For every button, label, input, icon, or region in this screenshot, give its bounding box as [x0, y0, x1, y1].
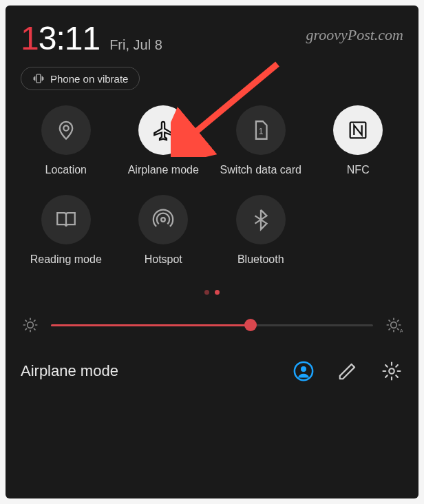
tile-airplane-button[interactable]: [138, 105, 188, 155]
brightness-slider[interactable]: [51, 318, 373, 332]
brightness-row: A: [21, 315, 403, 335]
tile-label: Bluetooth: [237, 253, 284, 266]
date-label: Fri, Jul 8: [109, 37, 162, 53]
tile-label: Airplane mode: [128, 163, 199, 177]
brightness-auto-icon[interactable]: A: [384, 315, 403, 335]
svg-point-5: [28, 322, 34, 328]
tile-nfc-button[interactable]: [333, 105, 383, 155]
tile-label: Hotspot: [145, 253, 182, 266]
page-dot-active: [215, 290, 220, 295]
bluetooth-icon: [249, 208, 273, 231]
tile-reading: Reading mode: [21, 195, 112, 266]
page-indicator: [21, 290, 403, 295]
page-dot: [204, 290, 209, 295]
tile-label: Reading mode: [30, 253, 102, 266]
tile-location: Location: [21, 105, 112, 177]
vibrate-chip-label: Phone on vibrate: [50, 73, 128, 85]
tile-reading-button[interactable]: [41, 195, 91, 244]
svg-point-6: [391, 322, 397, 328]
svg-text:1: 1: [258, 126, 263, 136]
watermark: groovyPost.com: [306, 26, 403, 44]
edit-button[interactable]: [336, 359, 359, 383]
clock-hour-leading: 1: [21, 19, 39, 57]
airplane-icon: [151, 118, 175, 142]
sim-card-icon: 1: [249, 118, 273, 142]
tile-bluetooth-button[interactable]: [236, 195, 286, 244]
pencil-icon: [337, 361, 358, 381]
quick-settings-panel: 1 3:11 Fri, Jul 8 groovyPost.com Phone o…: [6, 6, 418, 498]
tile-label: Location: [45, 163, 87, 177]
tile-switch-data-button[interactable]: 1: [236, 105, 286, 155]
tile-switch-data: 1 Switch data card: [215, 105, 306, 177]
tile-hotspot: Hotspot: [118, 195, 209, 266]
svg-rect-0: [36, 74, 41, 83]
brightness-low-icon: [21, 315, 40, 335]
tile-nfc: NFC: [313, 105, 404, 177]
tile-airplane: Airplane mode: [118, 105, 209, 177]
tile-label: NFC: [347, 163, 370, 177]
tile-bluetooth: Bluetooth: [215, 195, 306, 266]
settings-button[interactable]: [380, 359, 403, 383]
footer-title: Airplane mode: [21, 362, 274, 380]
tile-location-button[interactable]: [41, 105, 91, 155]
footer-row: Airplane mode: [21, 359, 403, 383]
svg-point-4: [161, 218, 165, 222]
book-icon: [54, 208, 78, 231]
tile-label: Switch data card: [220, 163, 301, 177]
svg-text:A: A: [400, 328, 403, 334]
svg-point-10: [389, 368, 394, 374]
tiles-grid: Location Airplane mode 1 Switch data car…: [21, 105, 403, 266]
tile-hotspot-button[interactable]: [138, 195, 188, 244]
svg-point-1: [63, 125, 68, 130]
vibrate-chip[interactable]: Phone on vibrate: [21, 67, 140, 90]
user-button[interactable]: [292, 359, 315, 383]
clock-rest: 3:11: [39, 19, 100, 57]
gear-icon: [381, 361, 402, 381]
hotspot-icon: [151, 208, 175, 231]
location-pin-icon: [54, 118, 78, 142]
vibrate-icon: [32, 72, 45, 85]
svg-point-9: [301, 366, 306, 372]
nfc-icon: [346, 118, 370, 142]
footer-actions: [292, 359, 403, 383]
clock: 1 3:11: [21, 19, 100, 57]
